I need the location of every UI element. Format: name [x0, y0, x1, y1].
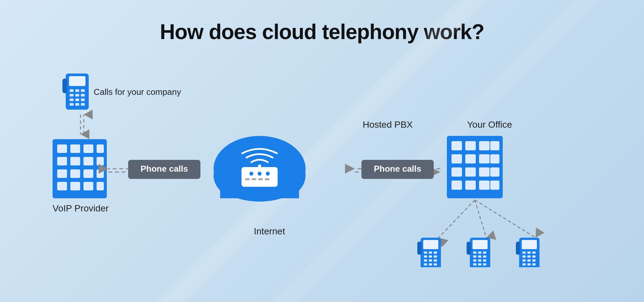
- svg-rect-81: [478, 251, 481, 254]
- svg-rect-68: [424, 255, 427, 258]
- svg-rect-89: [473, 263, 476, 266]
- svg-rect-6: [75, 94, 79, 97]
- svg-rect-64: [423, 240, 438, 249]
- svg-rect-16: [57, 144, 67, 153]
- svg-rect-30: [83, 182, 93, 190]
- your-office-label: Your Office: [467, 119, 512, 130]
- svg-rect-102: [527, 259, 531, 262]
- main-diagram-svg: Calls for your company: [33, 64, 611, 267]
- svg-point-45: [258, 164, 261, 168]
- svg-rect-106: [532, 263, 536, 266]
- svg-rect-66: [429, 251, 432, 254]
- internet-cloud-icon: [214, 136, 306, 202]
- svg-rect-80: [473, 251, 476, 254]
- svg-rect-73: [434, 259, 437, 262]
- office-phone-2: [467, 238, 490, 267]
- svg-rect-57: [479, 167, 490, 177]
- svg-rect-77: [417, 242, 422, 255]
- svg-rect-58: [490, 167, 499, 177]
- svg-rect-96: [527, 251, 531, 254]
- svg-rect-72: [429, 259, 432, 262]
- svg-rect-7: [81, 94, 85, 97]
- svg-rect-59: [451, 181, 462, 190]
- svg-rect-25: [70, 169, 80, 178]
- internet-label: Internet: [254, 226, 285, 236]
- svg-rect-51: [451, 154, 462, 163]
- svg-rect-9: [75, 98, 79, 101]
- svg-rect-85: [483, 255, 486, 258]
- svg-rect-37: [242, 167, 278, 187]
- svg-rect-29: [70, 182, 80, 190]
- svg-rect-83: [473, 255, 476, 258]
- svg-rect-54: [490, 154, 499, 163]
- svg-rect-22: [83, 157, 93, 165]
- svg-rect-99: [527, 255, 531, 258]
- svg-rect-12: [75, 103, 79, 106]
- svg-rect-61: [479, 181, 490, 190]
- office-phone-1: [417, 238, 441, 267]
- svg-rect-95: [522, 251, 526, 254]
- hosted-pbx-label: Hosted PBX: [363, 119, 413, 130]
- svg-rect-105: [527, 263, 531, 266]
- diagram-container: Calls for your company: [0, 64, 644, 267]
- svg-rect-2: [70, 89, 74, 92]
- svg-rect-60: [465, 181, 476, 190]
- svg-rect-107: [516, 242, 520, 255]
- svg-rect-21: [70, 157, 80, 165]
- svg-rect-92: [467, 242, 471, 255]
- svg-rect-88: [483, 259, 486, 262]
- svg-rect-4: [81, 89, 85, 92]
- svg-rect-8: [70, 98, 74, 101]
- svg-rect-44: [265, 178, 269, 180]
- svg-point-40: [266, 172, 270, 176]
- phone-calls-label-right: Phone calls: [374, 164, 422, 174]
- svg-rect-74: [424, 263, 427, 266]
- svg-rect-75: [429, 263, 432, 266]
- svg-rect-49: [479, 141, 490, 150]
- svg-rect-19: [97, 144, 104, 153]
- svg-rect-5: [70, 94, 74, 97]
- svg-rect-53: [479, 154, 490, 163]
- svg-rect-62: [490, 181, 499, 190]
- svg-rect-87: [478, 259, 481, 262]
- svg-rect-86: [473, 259, 476, 262]
- svg-rect-103: [532, 259, 536, 262]
- page-title: How does cloud telephony work?: [0, 0, 644, 57]
- svg-rect-69: [429, 255, 432, 258]
- svg-rect-52: [465, 154, 476, 163]
- desk-phone-icon: [62, 74, 89, 110]
- svg-rect-67: [434, 251, 437, 254]
- svg-rect-82: [483, 251, 486, 254]
- svg-rect-70: [434, 255, 437, 258]
- svg-rect-98: [522, 255, 526, 258]
- svg-rect-20: [57, 157, 67, 165]
- svg-point-38: [249, 172, 253, 176]
- svg-rect-47: [451, 141, 462, 150]
- svg-rect-71: [424, 259, 427, 262]
- svg-rect-56: [465, 167, 476, 177]
- svg-rect-23: [97, 157, 104, 165]
- svg-rect-17: [70, 144, 80, 153]
- svg-rect-31: [97, 182, 104, 190]
- svg-rect-3: [75, 89, 79, 92]
- svg-rect-84: [478, 255, 481, 258]
- svg-rect-76: [434, 263, 437, 266]
- phone-calls-label-left: Phone calls: [141, 164, 188, 174]
- svg-rect-104: [522, 263, 526, 266]
- svg-rect-48: [465, 141, 476, 150]
- office-building-icon: [447, 136, 503, 198]
- svg-rect-94: [522, 240, 537, 249]
- svg-rect-18: [83, 144, 93, 153]
- svg-rect-79: [472, 240, 488, 249]
- office-phone-3: [516, 238, 540, 267]
- svg-rect-24: [57, 169, 67, 178]
- svg-rect-41: [245, 178, 250, 180]
- svg-rect-55: [451, 167, 462, 177]
- svg-rect-1: [69, 76, 85, 86]
- svg-rect-28: [57, 182, 67, 190]
- svg-rect-13: [81, 103, 85, 106]
- voip-building-icon: [53, 139, 107, 198]
- voip-provider-label: VoIP Provider: [53, 203, 109, 213]
- svg-rect-50: [490, 141, 499, 150]
- svg-rect-100: [532, 255, 536, 258]
